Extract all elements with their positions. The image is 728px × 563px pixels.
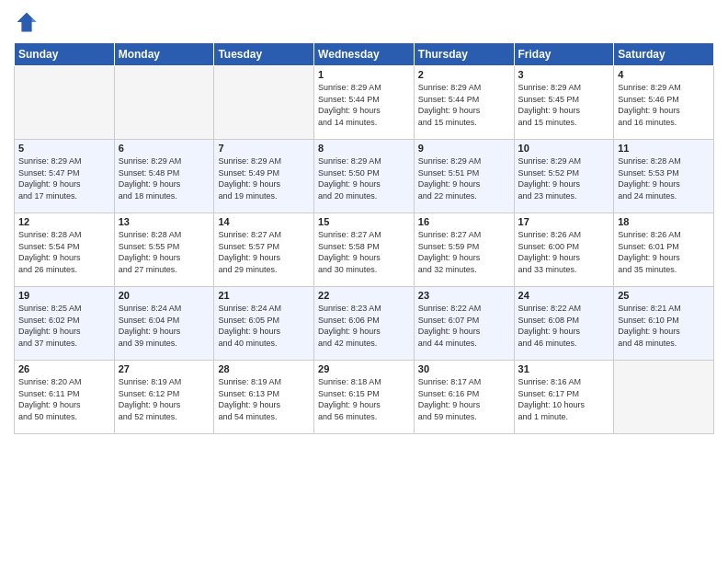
calendar-cell: 23Sunrise: 8:22 AM Sunset: 6:07 PM Dayli… bbox=[414, 287, 514, 361]
day-number: 27 bbox=[119, 363, 210, 374]
day-number: 10 bbox=[518, 143, 610, 154]
weekday-wednesday: Wednesday bbox=[314, 43, 415, 66]
day-number: 16 bbox=[418, 216, 510, 227]
day-number: 6 bbox=[119, 143, 210, 154]
day-number: 11 bbox=[618, 143, 710, 154]
calendar-cell: 15Sunrise: 8:27 AM Sunset: 5:58 PM Dayli… bbox=[314, 213, 415, 287]
weekday-tuesday: Tuesday bbox=[214, 43, 314, 66]
day-info: Sunrise: 8:28 AM Sunset: 5:54 PM Dayligh… bbox=[18, 229, 110, 275]
day-info: Sunrise: 8:28 AM Sunset: 5:53 PM Dayligh… bbox=[618, 155, 710, 201]
day-info: Sunrise: 8:18 AM Sunset: 6:15 PM Dayligh… bbox=[318, 376, 410, 422]
day-info: Sunrise: 8:26 AM Sunset: 6:01 PM Dayligh… bbox=[618, 229, 710, 275]
calendar-cell: 14Sunrise: 8:27 AM Sunset: 5:57 PM Dayli… bbox=[214, 213, 314, 287]
header bbox=[14, 9, 714, 35]
day-info: Sunrise: 8:25 AM Sunset: 6:02 PM Dayligh… bbox=[18, 303, 110, 349]
day-info: Sunrise: 8:29 AM Sunset: 5:46 PM Dayligh… bbox=[618, 82, 710, 128]
calendar-cell: 11Sunrise: 8:28 AM Sunset: 5:53 PM Dayli… bbox=[614, 140, 714, 213]
calendar-cell: 20Sunrise: 8:24 AM Sunset: 6:04 PM Dayli… bbox=[114, 287, 214, 361]
calendar-cell: 16Sunrise: 8:27 AM Sunset: 5:59 PM Dayli… bbox=[414, 213, 514, 287]
page: SundayMondayTuesdayWednesdayThursdayFrid… bbox=[0, 0, 728, 563]
day-number: 22 bbox=[318, 290, 410, 301]
day-number: 2 bbox=[418, 69, 510, 80]
calendar-cell: 10Sunrise: 8:29 AM Sunset: 5:52 PM Dayli… bbox=[514, 140, 614, 213]
day-number: 18 bbox=[618, 216, 710, 227]
calendar-cell: 27Sunrise: 8:19 AM Sunset: 6:12 PM Dayli… bbox=[114, 361, 214, 434]
calendar-cell: 9Sunrise: 8:29 AM Sunset: 5:51 PM Daylig… bbox=[414, 140, 514, 213]
day-number: 8 bbox=[318, 143, 410, 154]
day-number: 20 bbox=[119, 290, 210, 301]
day-info: Sunrise: 8:22 AM Sunset: 6:08 PM Dayligh… bbox=[518, 303, 610, 349]
day-info: Sunrise: 8:23 AM Sunset: 6:06 PM Dayligh… bbox=[318, 303, 410, 349]
day-number: 1 bbox=[318, 69, 410, 80]
day-number: 14 bbox=[218, 216, 310, 227]
day-info: Sunrise: 8:24 AM Sunset: 6:04 PM Dayligh… bbox=[119, 303, 210, 349]
calendar-cell: 19Sunrise: 8:25 AM Sunset: 6:02 PM Dayli… bbox=[15, 287, 115, 361]
day-info: Sunrise: 8:29 AM Sunset: 5:52 PM Dayligh… bbox=[518, 155, 610, 201]
day-number: 3 bbox=[518, 69, 610, 80]
day-number: 23 bbox=[418, 290, 510, 301]
logo-icon bbox=[14, 9, 40, 35]
calendar-cell: 21Sunrise: 8:24 AM Sunset: 6:05 PM Dayli… bbox=[214, 287, 314, 361]
day-number: 17 bbox=[518, 216, 610, 227]
day-info: Sunrise: 8:20 AM Sunset: 6:11 PM Dayligh… bbox=[18, 376, 110, 422]
day-info: Sunrise: 8:19 AM Sunset: 6:12 PM Dayligh… bbox=[119, 376, 210, 422]
calendar-cell: 25Sunrise: 8:21 AM Sunset: 6:10 PM Dayli… bbox=[614, 287, 714, 361]
day-number: 19 bbox=[18, 290, 110, 301]
day-info: Sunrise: 8:29 AM Sunset: 5:48 PM Dayligh… bbox=[119, 155, 210, 201]
calendar-cell: 4Sunrise: 8:29 AM Sunset: 5:46 PM Daylig… bbox=[614, 66, 714, 140]
day-info: Sunrise: 8:27 AM Sunset: 5:57 PM Dayligh… bbox=[218, 229, 310, 275]
day-info: Sunrise: 8:28 AM Sunset: 5:55 PM Dayligh… bbox=[119, 229, 210, 275]
day-info: Sunrise: 8:29 AM Sunset: 5:51 PM Dayligh… bbox=[418, 155, 510, 201]
day-info: Sunrise: 8:29 AM Sunset: 5:45 PM Dayligh… bbox=[518, 82, 610, 128]
day-number: 21 bbox=[218, 290, 310, 301]
day-info: Sunrise: 8:29 AM Sunset: 5:47 PM Dayligh… bbox=[18, 155, 110, 201]
calendar-cell bbox=[614, 361, 714, 434]
calendar-cell: 1Sunrise: 8:29 AM Sunset: 5:44 PM Daylig… bbox=[314, 66, 415, 140]
calendar-cell: 28Sunrise: 8:19 AM Sunset: 6:13 PM Dayli… bbox=[214, 361, 314, 434]
weekday-saturday: Saturday bbox=[614, 43, 714, 66]
day-info: Sunrise: 8:16 AM Sunset: 6:17 PM Dayligh… bbox=[518, 376, 610, 422]
day-number: 13 bbox=[119, 216, 210, 227]
day-number: 4 bbox=[618, 69, 710, 80]
calendar-cell: 18Sunrise: 8:26 AM Sunset: 6:01 PM Dayli… bbox=[614, 213, 714, 287]
calendar-cell: 26Sunrise: 8:20 AM Sunset: 6:11 PM Dayli… bbox=[15, 361, 115, 434]
day-info: Sunrise: 8:29 AM Sunset: 5:44 PM Dayligh… bbox=[318, 82, 410, 128]
calendar-cell: 22Sunrise: 8:23 AM Sunset: 6:06 PM Dayli… bbox=[314, 287, 415, 361]
calendar-body: 1Sunrise: 8:29 AM Sunset: 5:44 PM Daylig… bbox=[15, 66, 714, 434]
day-number: 9 bbox=[418, 143, 510, 154]
day-number: 7 bbox=[218, 143, 310, 154]
day-info: Sunrise: 8:27 AM Sunset: 5:58 PM Dayligh… bbox=[318, 229, 410, 275]
day-number: 28 bbox=[218, 363, 310, 374]
day-number: 12 bbox=[18, 216, 110, 227]
day-number: 5 bbox=[18, 143, 110, 154]
day-number: 15 bbox=[318, 216, 410, 227]
week-row-1: 1Sunrise: 8:29 AM Sunset: 5:44 PM Daylig… bbox=[15, 66, 714, 140]
week-row-3: 12Sunrise: 8:28 AM Sunset: 5:54 PM Dayli… bbox=[15, 213, 714, 287]
day-info: Sunrise: 8:29 AM Sunset: 5:44 PM Dayligh… bbox=[418, 82, 510, 128]
week-row-2: 5Sunrise: 8:29 AM Sunset: 5:47 PM Daylig… bbox=[15, 140, 714, 213]
calendar-header: SundayMondayTuesdayWednesdayThursdayFrid… bbox=[15, 43, 714, 66]
day-info: Sunrise: 8:29 AM Sunset: 5:50 PM Dayligh… bbox=[318, 155, 410, 201]
calendar-cell: 17Sunrise: 8:26 AM Sunset: 6:00 PM Dayli… bbox=[514, 213, 614, 287]
day-number: 29 bbox=[318, 363, 410, 374]
day-info: Sunrise: 8:19 AM Sunset: 6:13 PM Dayligh… bbox=[218, 376, 310, 422]
day-number: 30 bbox=[418, 363, 510, 374]
week-row-4: 19Sunrise: 8:25 AM Sunset: 6:02 PM Dayli… bbox=[15, 287, 714, 361]
calendar-cell: 2Sunrise: 8:29 AM Sunset: 5:44 PM Daylig… bbox=[414, 66, 514, 140]
calendar-cell: 30Sunrise: 8:17 AM Sunset: 6:16 PM Dayli… bbox=[414, 361, 514, 434]
calendar-cell bbox=[114, 66, 214, 140]
weekday-thursday: Thursday bbox=[414, 43, 514, 66]
calendar-cell bbox=[214, 66, 314, 140]
calendar-cell: 31Sunrise: 8:16 AM Sunset: 6:17 PM Dayli… bbox=[514, 361, 614, 434]
calendar-cell: 29Sunrise: 8:18 AM Sunset: 6:15 PM Dayli… bbox=[314, 361, 415, 434]
weekday-friday: Friday bbox=[514, 43, 614, 66]
day-number: 31 bbox=[518, 363, 610, 374]
calendar-cell: 12Sunrise: 8:28 AM Sunset: 5:54 PM Dayli… bbox=[15, 213, 115, 287]
logo bbox=[14, 9, 43, 35]
day-number: 26 bbox=[18, 363, 110, 374]
svg-marker-1 bbox=[32, 17, 37, 22]
calendar-cell: 6Sunrise: 8:29 AM Sunset: 5:48 PM Daylig… bbox=[114, 140, 214, 213]
calendar: SundayMondayTuesdayWednesdayThursdayFrid… bbox=[14, 42, 714, 434]
day-info: Sunrise: 8:17 AM Sunset: 6:16 PM Dayligh… bbox=[418, 376, 510, 422]
weekday-row: SundayMondayTuesdayWednesdayThursdayFrid… bbox=[15, 43, 714, 66]
